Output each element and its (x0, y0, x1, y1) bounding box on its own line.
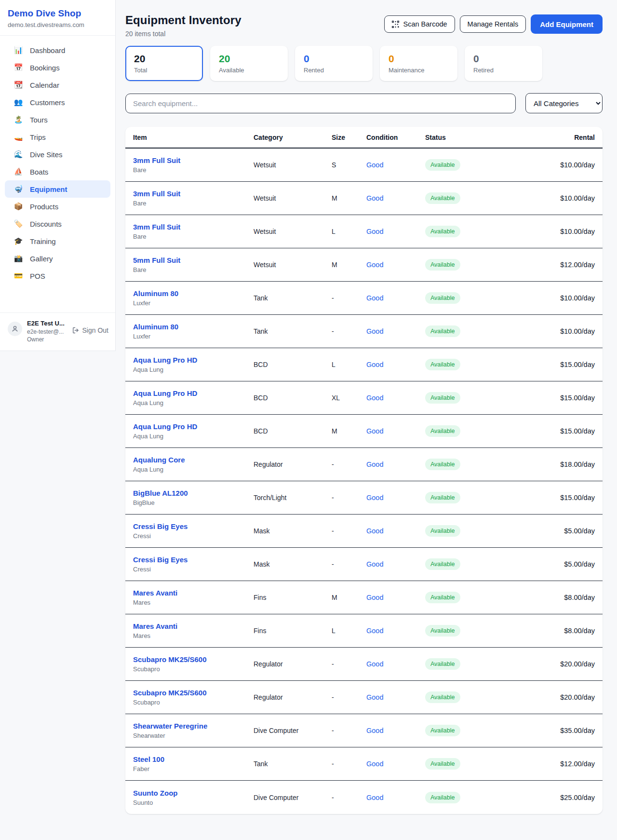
item-cell: Aqua Lung Pro HD Aqua Lung (133, 422, 254, 440)
category-filter[interactable]: All Categories (525, 93, 603, 113)
column-header-item: Item (133, 134, 254, 141)
condition-link[interactable]: Good (366, 261, 383, 269)
search-input[interactable] (125, 94, 516, 113)
stat-label: Retired (473, 67, 534, 74)
sign-out-button[interactable]: Sign Out (72, 326, 108, 334)
item-cell: 3mm Full Suit Bare (133, 223, 254, 240)
sidebar-item-gallery[interactable]: 📸 Gallery (5, 250, 110, 267)
condition-link[interactable]: Good (366, 294, 383, 302)
sidebar-item-pos[interactable]: 💳 POS (5, 267, 110, 285)
condition-cell: Good (366, 794, 425, 801)
table-row: 3mm Full Suit Bare Wetsuit L Good Availa… (125, 215, 603, 248)
column-header-rental: Rental (486, 134, 595, 141)
nav-item-label: Products (30, 203, 58, 211)
condition-link[interactable]: Good (366, 361, 383, 368)
item-link[interactable]: Aqualung Core (133, 456, 185, 464)
size-cell: - (332, 693, 366, 701)
item-link[interactable]: 3mm Full Suit (133, 223, 180, 231)
condition-link[interactable]: Good (366, 427, 383, 435)
condition-link[interactable]: Good (366, 660, 383, 668)
item-link[interactable]: Aqua Lung Pro HD (133, 422, 197, 431)
sidebar-item-bookings[interactable]: 📅 Bookings (5, 59, 110, 76)
condition-link[interactable]: Good (366, 494, 383, 501)
item-link[interactable]: Aluminum 80 (133, 289, 178, 298)
item-cell: Mares Avanti Mares (133, 589, 254, 606)
condition-link[interactable]: Good (366, 693, 383, 701)
item-brand: Scubapro (133, 699, 254, 706)
sidebar-item-equipment[interactable]: 🤿 Equipment (5, 180, 110, 198)
sidebar-item-dashboard[interactable]: 📊 Dashboard (5, 41, 110, 59)
item-link[interactable]: Mares Avanti (133, 589, 177, 597)
item-brand: Bare (133, 233, 254, 240)
condition-link[interactable]: Good (366, 327, 383, 335)
item-link[interactable]: Mares Avanti (133, 622, 177, 630)
condition-cell: Good (366, 727, 425, 734)
stat-card-maintenance[interactable]: 0 Maintenance (380, 46, 457, 81)
sidebar-item-boats[interactable]: ⛵ Boats (5, 163, 110, 180)
stat-card-available[interactable]: 20 Available (210, 46, 288, 81)
rental-cell: $10.00/day (486, 327, 595, 335)
item-link[interactable]: Scubapro MK25/S600 (133, 689, 207, 697)
condition-link[interactable]: Good (366, 760, 383, 768)
brand-title[interactable]: Demo Dive Shop (8, 8, 107, 19)
condition-link[interactable]: Good (366, 394, 383, 402)
item-link[interactable]: 3mm Full Suit (133, 190, 180, 198)
sidebar-item-calendar[interactable]: 📆 Calendar (5, 76, 110, 94)
size-cell: - (332, 327, 366, 335)
size-cell: S (332, 161, 366, 169)
item-link[interactable]: Aqua Lung Pro HD (133, 389, 197, 397)
page-header: Equipment Inventory 20 items total (125, 8, 603, 38)
size-cell: - (332, 794, 366, 801)
item-link[interactable]: BigBlue AL1200 (133, 489, 188, 497)
item-link[interactable]: Aluminum 80 (133, 323, 178, 331)
size-cell: M (332, 261, 366, 269)
add-equipment-button[interactable]: Add Equipment (531, 14, 603, 34)
table-row: Mares Avanti Mares Fins M Good Available… (125, 581, 603, 614)
condition-link[interactable]: Good (366, 228, 383, 235)
item-link[interactable]: Cressi Big Eyes (133, 522, 188, 530)
scan-barcode-button[interactable]: Scan Barcode (384, 15, 455, 33)
condition-link[interactable]: Good (366, 627, 383, 635)
condition-link[interactable]: Good (366, 794, 383, 801)
nav-item-icon: 📸 (13, 254, 23, 263)
equipment-table: Item Category Size Condition Status Rent… (125, 127, 603, 814)
item-link[interactable]: 5mm Full Suit (133, 256, 180, 264)
item-link[interactable]: Shearwater Peregrine (133, 722, 207, 730)
condition-link[interactable]: Good (366, 527, 383, 535)
sidebar-item-trips[interactable]: 🚤 Trips (5, 128, 110, 146)
stat-card-total[interactable]: 20 Total (125, 46, 203, 81)
condition-link[interactable]: Good (366, 594, 383, 601)
condition-link[interactable]: Good (366, 727, 383, 734)
stat-card-rented[interactable]: 0 Rented (295, 46, 373, 81)
status-badge: Available (425, 425, 460, 437)
item-cell: Cressi Big Eyes Cressi (133, 555, 254, 573)
item-link[interactable]: Aqua Lung Pro HD (133, 356, 197, 364)
item-link[interactable]: Suunto Zoop (133, 789, 177, 797)
sidebar-item-dive-sites[interactable]: 🌊 Dive Sites (5, 146, 110, 163)
item-link[interactable]: Steel 100 (133, 755, 164, 763)
rental-cell: $15.00/day (486, 494, 595, 501)
condition-link[interactable]: Good (366, 461, 383, 468)
sidebar-item-tours[interactable]: 🏝️ Tours (5, 111, 110, 128)
stat-card-retired[interactable]: 0 Retired (465, 46, 542, 81)
condition-link[interactable]: Good (366, 194, 383, 202)
column-header-condition: Condition (366, 134, 425, 141)
item-link[interactable]: 3mm Full Suit (133, 156, 180, 164)
status-cell: Available (425, 758, 486, 770)
item-link[interactable]: Scubapro MK25/S600 (133, 655, 207, 664)
sidebar-item-customers[interactable]: 👥 Customers (5, 94, 110, 111)
sidebar-item-products[interactable]: 📦 Products (5, 198, 110, 215)
status-cell: Available (425, 625, 486, 637)
manage-rentals-button[interactable]: Manage Rentals (460, 15, 526, 33)
condition-cell: Good (366, 261, 425, 269)
nav-item-icon: 🏷️ (13, 219, 23, 228)
sidebar-item-training[interactable]: 🎓 Training (5, 232, 110, 250)
item-cell: 3mm Full Suit Bare (133, 190, 254, 207)
condition-link[interactable]: Good (366, 560, 383, 568)
item-link[interactable]: Cressi Big Eyes (133, 555, 188, 564)
item-cell: Aluminum 80 Luxfer (133, 323, 254, 340)
status-cell: Available (425, 359, 486, 370)
condition-link[interactable]: Good (366, 161, 383, 169)
item-cell: 5mm Full Suit Bare (133, 256, 254, 273)
sidebar-item-discounts[interactable]: 🏷️ Discounts (5, 215, 110, 232)
